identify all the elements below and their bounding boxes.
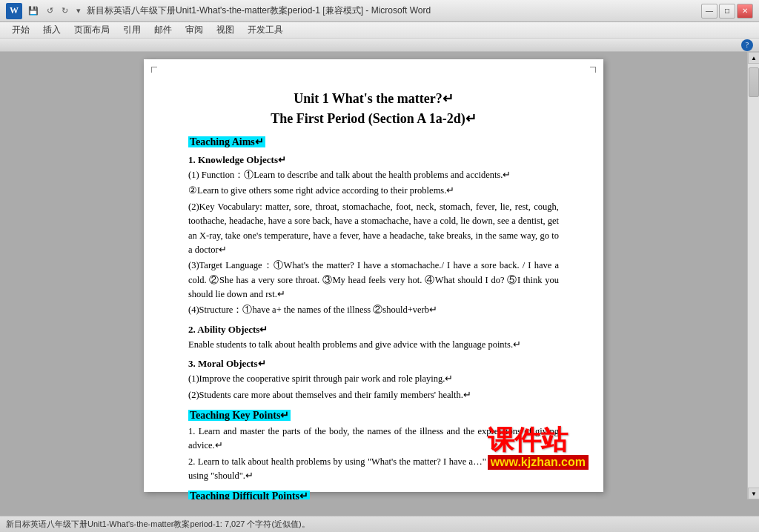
scroll-down-btn[interactable]: ▼ [748,488,759,499]
function-para: (1) Function：①Learn to describe and talk… [188,168,559,182]
structure-para: (4)Structure：①have a+ the names of the i… [188,303,559,317]
corner-mark-tl [151,67,157,73]
undo-qa-btn[interactable]: ↺ [44,6,56,16]
menu-layout[interactable]: 页面布局 [68,22,116,38]
teaching-aims-section: Teaching Aims↵ [188,135,559,148]
scroll-thumb[interactable] [749,67,759,97]
menu-bar: 开始 插入 页面布局 引用 邮件 审阅 视图 开发工具 [0,22,759,39]
menu-start[interactable]: 开始 [6,22,36,38]
teaching-difficult-section: Teaching Difficult Points↵ [188,489,559,499]
teaching-difficult-label: Teaching Difficult Points↵ [188,491,310,499]
word-icon: W [6,3,22,19]
teaching-key-label: Teaching Key Points↵ [188,410,291,421]
redo-qa-btn[interactable]: ↻ [59,6,71,16]
document-area: Unit 1 What's the matter?↵ The First Per… [0,52,759,499]
target-lang-para: (3)Target Language：①What's the matter? I… [188,259,559,302]
moral-para2: (2)Students care more about themselves a… [188,388,559,402]
moral-objects-heading: 3. Moral Objects↵ [188,358,559,370]
function-para2: ②Learn to give others some right advice … [188,184,559,198]
status-text: 新目标英语八年级下册Unit1-What's-the-matter教案perio… [6,519,310,530]
page-wrapper: Unit 1 What's the matter?↵ The First Per… [0,52,747,499]
menu-view[interactable]: 视图 [211,22,240,38]
vocabulary-para: (2)Key Vocabulary: matter, sore, throat,… [188,200,559,258]
knowledge-objects-heading: 1. Knowledge Objects↵ [188,154,559,166]
menu-mail[interactable]: 邮件 [148,22,178,38]
document-page: Unit 1 What's the matter?↵ The First Per… [144,59,603,492]
window-controls: — □ ✕ [701,4,753,19]
moral-para1: (1)Improve the cooperative spirit throug… [188,372,559,386]
status-bar: 新目标英语八年级下册Unit1-What's-the-matter教案perio… [0,516,759,532]
minimize-btn[interactable]: — [701,4,717,19]
teaching-key-section: Teaching Key Points↵ [188,408,559,422]
title-line2: The First Period (Section A 1a-2d)↵ [188,109,559,129]
save-qa-btn[interactable]: 💾 [25,6,42,16]
menu-reference[interactable]: 引用 [117,22,147,38]
watermark-line1: 课件站 [488,425,589,455]
vertical-scrollbar[interactable]: ▲ ▼ [747,52,759,499]
teaching-aims-label: Teaching Aims↵ [188,136,265,147]
close-btn[interactable]: ✕ [737,4,753,19]
dropdown-qa-btn[interactable]: ▾ [73,6,84,16]
title-text: 新目标英语八年级下册Unit1-What's-the-matter教案perio… [87,4,431,17]
title-bar-left: W 💾 ↺ ↻ ▾ 新目标英语八年级下册Unit1-What's-the-mat… [6,3,431,19]
ability-para: Enable students to talk about health pro… [188,338,559,352]
scroll-up-btn[interactable]: ▲ [748,52,759,64]
maximize-btn[interactable]: □ [719,4,735,19]
menu-dev[interactable]: 开发工具 [242,22,289,38]
menu-insert[interactable]: 插入 [37,22,67,38]
document-title: Unit 1 What's the matter?↵ The First Per… [188,89,559,129]
menu-review[interactable]: 审阅 [179,22,209,38]
ribbon: ? [0,39,759,52]
help-btn[interactable]: ? [741,39,753,51]
title-bar: W 💾 ↺ ↻ ▾ 新目标英语八年级下册Unit1-What's-the-mat… [0,0,759,22]
title-line1: Unit 1 What's the matter?↵ [188,89,559,109]
corner-mark-tr [590,67,596,73]
ability-objects-heading: 2. Ability Objects↵ [188,324,559,336]
quick-access-toolbar: 💾 ↺ ↻ ▾ [25,6,84,16]
watermark: 课件站 www.kjzhan.com [488,425,589,470]
watermark-line2: www.kjzhan.com [488,455,589,470]
